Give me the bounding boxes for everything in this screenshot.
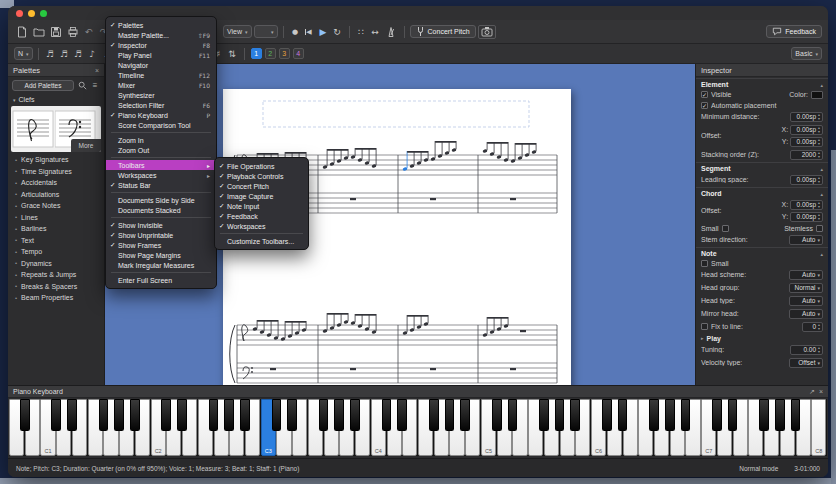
image-capture-icon[interactable]: [478, 25, 496, 39]
stepper-icon[interactable]: ▴▾: [818, 346, 820, 353]
piano-key-Ds5[interactable]: [508, 399, 518, 431]
piano-key-Fs4[interactable]: [429, 399, 439, 431]
palette-item-breaks-spacers[interactable]: •Breaks & Spacers: [8, 281, 104, 293]
checkbox[interactable]: [701, 323, 708, 330]
undock-icon[interactable]: ↗: [809, 388, 815, 396]
spin-field[interactable]: 0.00sp▴▾: [790, 137, 823, 147]
piano-key-Cs7[interactable]: [712, 399, 722, 431]
menu-item-timeline[interactable]: TimelineF12: [106, 70, 216, 80]
palette-item-accidentals[interactable]: •Accidentals: [8, 177, 104, 189]
inspector-section-note[interactable]: Note▴: [696, 247, 828, 258]
piano-key-Cs4[interactable]: [382, 399, 392, 431]
menu-item-palettes[interactable]: ✓Palettes: [106, 20, 216, 30]
piano-key-As1[interactable]: [130, 399, 140, 431]
menu-item-navigator[interactable]: Navigator: [106, 60, 216, 70]
stepper-down-icon[interactable]: ▾: [818, 117, 820, 120]
dropdown-field[interactable]: Auto▾: [789, 235, 823, 245]
loop-playback-icon[interactable]: ↻: [331, 25, 344, 39]
piano-key-Cs6[interactable]: [602, 399, 612, 431]
dropdown-field[interactable]: Auto▾: [789, 270, 823, 280]
note-input-mode-button[interactable]: N ▾: [14, 47, 33, 60]
menu-item-zoom-out[interactable]: Zoom Out: [106, 145, 216, 155]
stepper-icon[interactable]: ▴▾: [818, 213, 820, 220]
search-icon[interactable]: [77, 81, 87, 91]
dropdown-field[interactable]: Normal▾: [789, 283, 823, 293]
palette-group-clefs[interactable]: ▾ Clefs: [8, 94, 104, 105]
collapse-icon[interactable]: ▴: [820, 191, 823, 197]
stepper-icon[interactable]: ▴▾: [818, 323, 820, 330]
piano-key-Cs5[interactable]: [492, 399, 502, 431]
piano-key-Gs2[interactable]: [224, 399, 234, 431]
stepper-down-icon[interactable]: ▾: [818, 180, 820, 183]
stepper-icon[interactable]: ▴▾: [818, 176, 820, 183]
menu-item-show-frames[interactable]: ✓Show Frames: [106, 240, 216, 250]
save-icon[interactable]: [48, 24, 63, 39]
zoom-select[interactable]: ▾: [254, 25, 278, 38]
dropdown-field[interactable]: Offset▾: [789, 358, 823, 368]
clefs-preview[interactable]: More: [11, 106, 101, 152]
menu-item-documents-side-by-side[interactable]: Documents Side by Side: [106, 195, 216, 205]
stepper-down-icon[interactable]: ▾: [818, 142, 820, 145]
menu-item-inspector[interactable]: ✓InspectorF8: [106, 40, 216, 50]
menu-item-show-unprintable[interactable]: ✓Show Unprintable: [106, 230, 216, 240]
checkbox[interactable]: ✓: [701, 102, 708, 109]
piano-key-As5[interactable]: [570, 399, 580, 431]
piano-key-Fs6[interactable]: [649, 399, 659, 431]
checkbox[interactable]: [722, 225, 729, 232]
menu-item-mark-irregular-measures[interactable]: Mark Irregular Measures: [106, 260, 216, 270]
concert-pitch-button[interactable]: Concert Pitch: [410, 25, 476, 38]
eighth-note-icon[interactable]: ♪: [86, 47, 99, 61]
piano-key-As0[interactable]: [20, 399, 30, 431]
piano-key-Fs2[interactable]: [209, 399, 219, 431]
menu-item-show-page-margins[interactable]: Show Page Margins: [106, 250, 216, 260]
new-score-icon[interactable]: [14, 24, 29, 39]
menu-item-play-panel[interactable]: Play PanelF11: [106, 50, 216, 60]
spin-field[interactable]: 0.00sp▴▾: [790, 112, 823, 122]
view-mode-select[interactable]: View ▾: [223, 25, 252, 38]
spin-field[interactable]: 0.00▴▾: [790, 345, 823, 355]
print-icon[interactable]: [65, 24, 80, 39]
more-button[interactable]: More: [71, 139, 101, 152]
voice-1-button[interactable]: 1: [251, 48, 262, 59]
checkbox[interactable]: [701, 260, 708, 267]
rewind-icon[interactable]: ◀: [303, 25, 316, 39]
piano-keys[interactable]: C1C2C3C4C5C6C7C8: [9, 399, 827, 456]
stepper-down-icon[interactable]: ▾: [818, 327, 820, 330]
menu-item-mixer[interactable]: MixerF10: [106, 80, 216, 90]
piano-key-C8[interactable]: C8: [811, 399, 826, 456]
piano-key-Cs3[interactable]: [272, 399, 282, 431]
inspector-subsection-play[interactable]: ▸Play: [696, 333, 828, 343]
collapse-icon[interactable]: ▴: [820, 82, 823, 88]
menu-item-status-bar[interactable]: ✓Status Bar: [106, 180, 216, 190]
collapse-icon[interactable]: ▴: [820, 166, 823, 172]
voice-4-button[interactable]: 4: [293, 48, 304, 59]
stepper-down-icon[interactable]: ▾: [818, 205, 820, 208]
inspector-section-chord[interactable]: Chord▴: [696, 187, 828, 198]
voice-2-button[interactable]: 2: [265, 48, 276, 59]
piano-key-As7[interactable]: [791, 399, 801, 431]
menu-item-feedback[interactable]: ✓Feedback: [215, 211, 308, 221]
palette-item-barlines[interactable]: •Barlines: [8, 223, 104, 235]
piano-key-As2[interactable]: [240, 399, 250, 431]
piano-key-As4[interactable]: [460, 399, 470, 431]
piano-key-Ds4[interactable]: [397, 399, 407, 431]
flip-direction-icon[interactable]: ⇅: [226, 47, 239, 61]
spin-field[interactable]: 0.00sp▴▾: [790, 125, 823, 135]
spin-field[interactable]: 0.00sp▴▾: [790, 212, 823, 222]
menu-item-concert-pitch[interactable]: ✓Concert Pitch: [215, 181, 308, 191]
spin-field[interactable]: 2000▴▾: [790, 150, 823, 160]
inspector-section-segment[interactable]: Segment▴: [696, 162, 828, 173]
stepper-icon[interactable]: ▴▾: [818, 201, 820, 208]
stepper-icon[interactable]: ▴▾: [818, 126, 820, 133]
close-icon[interactable]: ×: [819, 388, 823, 396]
undo-icon[interactable]: ↶: [82, 25, 95, 39]
collapse-icon[interactable]: ▴: [820, 251, 823, 257]
stepper-down-icon[interactable]: ▾: [818, 350, 820, 353]
metronome-icon[interactable]: [384, 24, 399, 39]
close-icon[interactable]: ×: [95, 67, 99, 74]
play-repeats-icon[interactable]: ∷: [355, 25, 368, 39]
piano-key-Cs2[interactable]: [161, 399, 171, 431]
stepper-icon[interactable]: ▴▾: [818, 151, 820, 158]
menu-item-workspaces[interactable]: Workspaces▸: [106, 170, 216, 180]
menu-item-workspaces[interactable]: ✓Workspaces: [215, 221, 308, 231]
